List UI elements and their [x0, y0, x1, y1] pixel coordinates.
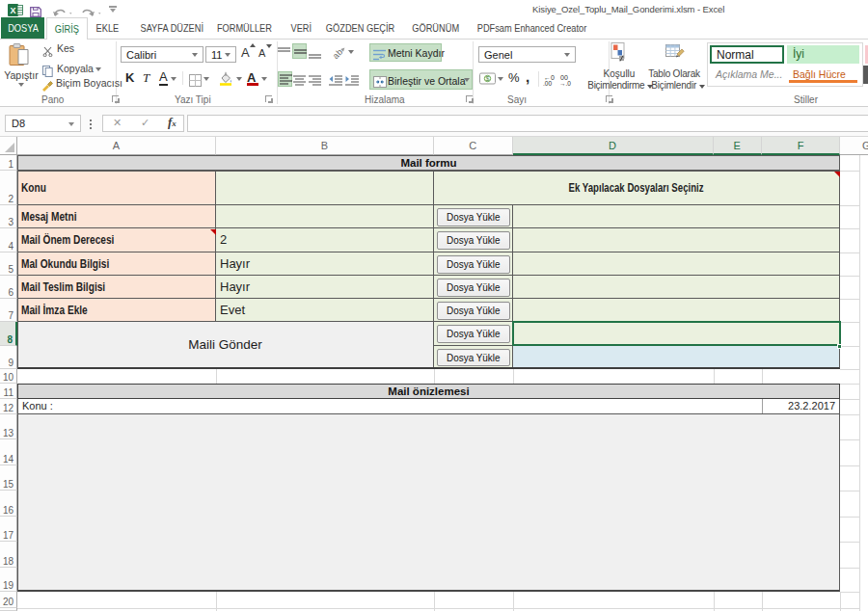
- svg-text:$: $: [486, 75, 490, 82]
- svg-text:X: X: [10, 6, 15, 15]
- svg-text:→,0: →,0: [559, 80, 571, 86]
- svg-text:,00: ,00: [543, 80, 552, 86]
